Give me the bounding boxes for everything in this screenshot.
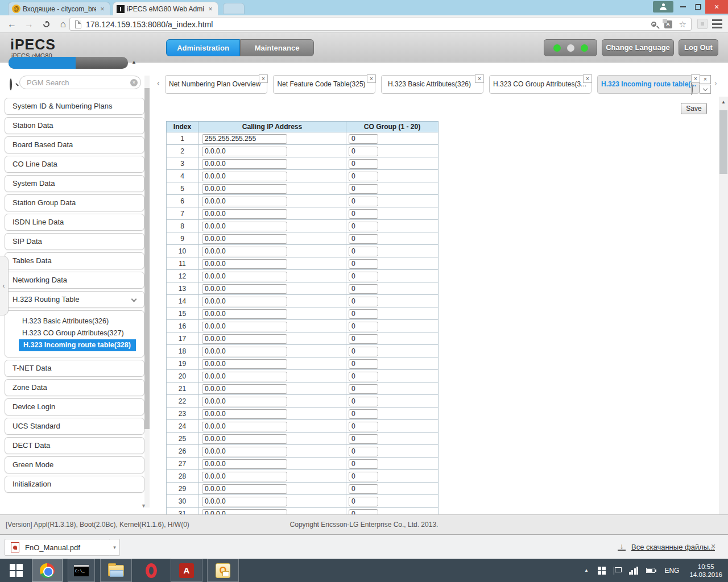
sidebar-item[interactable]: Green Mode bbox=[5, 456, 144, 473]
co-group-input[interactable] bbox=[349, 147, 378, 156]
pgm-search-input[interactable] bbox=[19, 76, 141, 89]
scrollbar-up-icon[interactable]: ▲ bbox=[719, 98, 728, 107]
co-group-input[interactable] bbox=[349, 347, 378, 356]
forward-button[interactable]: → bbox=[22, 15, 36, 33]
page-scrollbar-track[interactable]: ▲ bbox=[719, 97, 728, 514]
co-group-input[interactable] bbox=[349, 422, 378, 431]
sidebar-item[interactable]: DECT Data bbox=[5, 437, 144, 454]
co-group-input[interactable] bbox=[349, 372, 378, 381]
close-icon[interactable]: × bbox=[367, 74, 376, 83]
co-group-input[interactable] bbox=[349, 472, 378, 481]
co-group-input[interactable] bbox=[349, 397, 378, 406]
back-button[interactable]: ← bbox=[5, 15, 19, 33]
translate-icon[interactable]: A bbox=[664, 20, 672, 28]
co-group-input[interactable] bbox=[349, 297, 378, 306]
close-download-bar-icon[interactable]: × bbox=[711, 542, 715, 551]
calling-ip-input[interactable] bbox=[202, 434, 287, 444]
sidebar-item[interactable]: ISDN Line Data bbox=[5, 214, 144, 231]
co-group-input[interactable] bbox=[349, 259, 378, 269]
calling-ip-input[interactable] bbox=[202, 234, 287, 244]
sidebar-scrollbar-thumb[interactable] bbox=[144, 88, 150, 429]
sidebar-item[interactable]: SIP Data bbox=[5, 233, 144, 250]
taskbar-opera-button[interactable] bbox=[136, 559, 166, 582]
scroll-up-icon[interactable]: ▲ bbox=[131, 59, 136, 65]
sidebar-item[interactable]: Device Login bbox=[5, 398, 144, 415]
close-icon[interactable]: × bbox=[259, 74, 268, 83]
tab-maintenance[interactable]: Maintenance bbox=[240, 39, 314, 56]
network-signal-icon[interactable] bbox=[629, 567, 639, 575]
sidebar-item[interactable]: T-NET Data bbox=[5, 360, 144, 377]
co-group-input[interactable] bbox=[349, 384, 378, 394]
co-group-input[interactable] bbox=[349, 184, 378, 194]
calling-ip-input[interactable] bbox=[202, 209, 287, 219]
sidebar-item[interactable]: Tables Data bbox=[5, 252, 144, 269]
calling-ip-input[interactable] bbox=[202, 172, 287, 181]
profile-button[interactable] bbox=[653, 1, 673, 13]
action-center-flag-icon[interactable] bbox=[614, 567, 621, 575]
minimize-button[interactable] bbox=[676, 0, 690, 14]
calling-ip-input[interactable] bbox=[202, 384, 287, 394]
taskbar-cmd-button[interactable]: C:\_ bbox=[68, 559, 95, 582]
co-group-input[interactable] bbox=[349, 209, 378, 219]
co-group-input[interactable] bbox=[349, 159, 378, 169]
calling-ip-input[interactable] bbox=[202, 272, 287, 281]
sidebar-item[interactable]: Board Based Data bbox=[5, 136, 144, 153]
home-button[interactable]: ⌂ bbox=[56, 15, 71, 33]
page-tab[interactable]: Net Feature Code Table(325)× bbox=[273, 75, 375, 94]
co-group-input[interactable] bbox=[349, 247, 378, 256]
url-text[interactable]: 178.124.159.153:8080/a_index.html bbox=[86, 20, 651, 29]
co-group-input[interactable] bbox=[349, 509, 378, 514]
page-tab[interactable]: H.323 CO Group Attributes(3...× bbox=[489, 75, 592, 94]
logout-button[interactable]: Log Out bbox=[679, 39, 718, 56]
calling-ip-input[interactable] bbox=[202, 222, 287, 231]
calling-ip-input[interactable] bbox=[202, 347, 287, 356]
calling-ip-input[interactable] bbox=[202, 334, 287, 344]
hidden-icons-button[interactable]: ▲ bbox=[584, 568, 589, 573]
calling-ip-input[interactable] bbox=[202, 422, 287, 431]
calling-ip-input[interactable] bbox=[202, 134, 287, 144]
calling-ip-input[interactable] bbox=[202, 259, 287, 269]
calling-ip-input[interactable] bbox=[202, 447, 287, 456]
co-group-input[interactable] bbox=[349, 309, 378, 319]
close-icon[interactable]: × bbox=[206, 5, 214, 13]
co-group-input[interactable] bbox=[349, 459, 378, 469]
sidebar-item[interactable]: Station Data bbox=[5, 117, 144, 134]
calling-ip-input[interactable] bbox=[202, 397, 287, 406]
close-window-button[interactable]: × bbox=[705, 0, 728, 14]
calling-ip-input[interactable] bbox=[202, 284, 287, 294]
page-tab[interactable]: H.323 Incoming route table(...× bbox=[597, 75, 700, 94]
sidebar-subitem[interactable]: H.323 Basic Attributes(326) bbox=[5, 315, 144, 327]
calling-ip-input[interactable] bbox=[202, 309, 287, 319]
sidebar-group-h323-routing-table[interactable]: H.323 Routing Table bbox=[5, 291, 144, 308]
browser-tab-mail[interactable]: @ Входящие - citycom_bres × bbox=[8, 2, 110, 15]
calling-ip-input[interactable] bbox=[202, 484, 287, 494]
co-group-input[interactable] bbox=[349, 484, 378, 494]
taskbar-clock[interactable]: 10:55 14.03.2016 bbox=[689, 563, 722, 579]
calling-ip-input[interactable] bbox=[202, 322, 287, 331]
co-group-input[interactable] bbox=[349, 497, 378, 506]
sidebar-item[interactable]: Networking Data bbox=[5, 272, 144, 289]
download-options-button[interactable]: ▾ bbox=[110, 539, 120, 556]
calling-ip-input[interactable] bbox=[202, 247, 287, 256]
close-icon[interactable]: × bbox=[475, 74, 484, 83]
co-group-input[interactable] bbox=[349, 134, 378, 144]
calling-ip-input[interactable] bbox=[202, 184, 287, 194]
browser-tab-ipecs[interactable]: iPECS eMG80 Web Admin × bbox=[113, 2, 218, 15]
reload-button[interactable] bbox=[39, 15, 53, 33]
calling-ip-input[interactable] bbox=[202, 472, 287, 481]
co-group-input[interactable] bbox=[349, 447, 378, 456]
sidebar-item[interactable]: UCS Standard bbox=[5, 418, 144, 435]
new-tab-button[interactable] bbox=[223, 3, 245, 14]
taskbar-acrobat-button[interactable]: A bbox=[171, 559, 202, 582]
restore-button[interactable] bbox=[690, 0, 705, 14]
all-downloads-link[interactable]: Все скачанные файлы... bbox=[631, 543, 715, 551]
battery-icon[interactable] bbox=[646, 568, 655, 573]
sidebar-item[interactable]: System Data bbox=[5, 175, 144, 192]
sidebar-item[interactable]: System ID & Numbering Plans bbox=[5, 98, 144, 115]
close-icon[interactable]: × bbox=[691, 74, 700, 83]
co-group-input[interactable] bbox=[349, 234, 378, 244]
co-group-input[interactable] bbox=[349, 197, 378, 206]
language-indicator[interactable]: ENG bbox=[664, 567, 679, 575]
clear-search-icon[interactable]: × bbox=[130, 79, 138, 86]
close-icon[interactable]: × bbox=[583, 74, 592, 83]
